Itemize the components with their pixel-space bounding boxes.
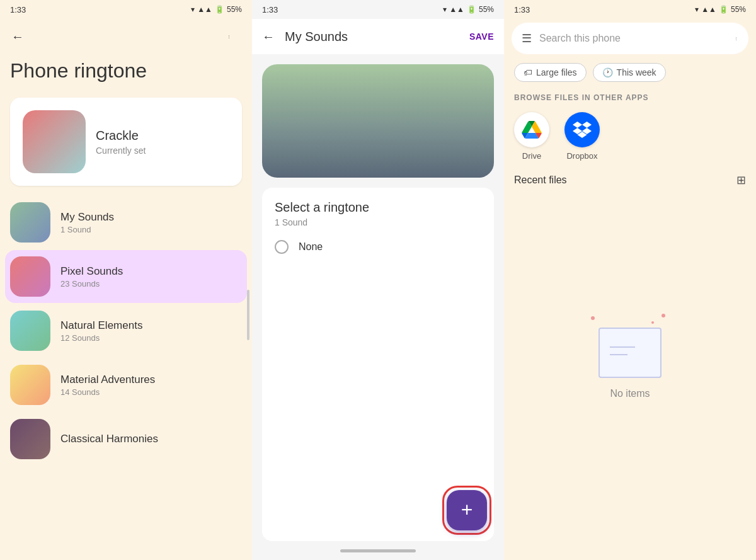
- material-adventures-thumbnail: [10, 365, 50, 405]
- crackle-info: Crackle Currently set: [96, 129, 146, 156]
- search-bar[interactable]: ☰ Search this phone ⋮: [512, 23, 748, 54]
- battery-icon: 🔋: [215, 5, 224, 14]
- search-input[interactable]: Search this phone: [539, 33, 727, 44]
- search-more-button[interactable]: ⋮: [735, 37, 738, 40]
- sound-list: My Sounds 1 Sound Pixel Sounds 23 Sounds…: [0, 196, 252, 560]
- wifi-icon-2: ▾: [443, 5, 447, 14]
- current-sound-card[interactable]: Crackle Currently set: [10, 98, 242, 186]
- large-files-label: Large files: [536, 67, 577, 77]
- panel-my-sounds: 1:33 ▾ ▲▲ 🔋 55% ← My Sounds SAVE Select …: [252, 0, 504, 560]
- none-radio[interactable]: [275, 240, 289, 254]
- box-line-2: [610, 354, 627, 355]
- dropbox-icon: [564, 112, 600, 147]
- list-item-classical-harmonies[interactable]: Classical Harmonies: [5, 413, 247, 466]
- battery-pct-2: 55%: [479, 5, 494, 14]
- grid-view-icon[interactable]: ⊞: [736, 173, 746, 187]
- crackle-thumbnail: [23, 110, 86, 173]
- recent-label: Recent files: [514, 174, 567, 186]
- material-adventures-count: 14 Sounds: [60, 387, 155, 397]
- this-week-label: This week: [617, 67, 656, 77]
- natural-elements-thumbnail: [10, 311, 50, 351]
- empty-state: No items: [504, 192, 756, 560]
- battery-pct-1: 55%: [227, 5, 242, 14]
- scrollbar[interactable]: [247, 290, 249, 340]
- top-bar-2: ← My Sounds SAVE: [252, 19, 504, 54]
- page-title-1: Phone ringtone: [0, 54, 252, 93]
- signal-icon-2: ▲▲: [449, 5, 464, 14]
- list-item-material-adventures[interactable]: Material Adventures 14 Sounds: [5, 358, 247, 411]
- classical-harmonies-thumbnail: [10, 419, 50, 459]
- classical-harmonies-info: Classical Harmonies: [60, 433, 158, 445]
- pixel-sounds-thumbnail: [10, 256, 50, 297]
- back-button-1[interactable]: ←: [5, 24, 30, 49]
- app-icons-row: Drive Dropbox: [504, 107, 756, 166]
- natural-elements-count: 12 Sounds: [60, 333, 142, 343]
- dot-decoration-1: [591, 316, 595, 320]
- dot-decoration-2: [662, 314, 665, 317]
- my-sounds-count: 1 Sound: [60, 225, 114, 234]
- more-button-1[interactable]: ⋮: [217, 24, 242, 49]
- none-label: None: [299, 241, 323, 253]
- material-adventures-name: Material Adventures: [60, 374, 155, 386]
- fab-container: +: [442, 486, 491, 535]
- home-indicator-2: [340, 549, 416, 552]
- dropbox-label: Dropbox: [566, 151, 597, 161]
- dropbox-app-item[interactable]: Dropbox: [564, 112, 600, 161]
- add-sound-button[interactable]: +: [447, 490, 487, 530]
- list-item-pixel-sounds[interactable]: Pixel Sounds 23 Sounds: [5, 250, 247, 303]
- drive-icon: [514, 112, 549, 147]
- save-button[interactable]: SAVE: [469, 31, 494, 42]
- status-icons-3: ▾ ▲▲ 🔋 55%: [695, 5, 746, 14]
- plus-icon: +: [461, 500, 473, 520]
- time-1: 1:33: [10, 5, 26, 14]
- browse-label: BROWSE FILES IN OTHER APPS: [504, 87, 756, 107]
- drive-label: Drive: [522, 151, 541, 161]
- pixel-sounds-count: 23 Sounds: [60, 279, 123, 289]
- hamburger-menu[interactable]: ☰: [522, 31, 532, 45]
- wifi-icon: ▾: [191, 5, 195, 14]
- time-3: 1:33: [514, 5, 530, 14]
- crackle-name: Crackle: [96, 129, 146, 143]
- my-sounds-info: My Sounds 1 Sound: [60, 211, 114, 234]
- classical-harmonies-name: Classical Harmonies: [60, 433, 158, 445]
- wifi-icon-3: ▾: [695, 5, 699, 14]
- none-option[interactable]: None: [275, 240, 481, 254]
- panel-files: 1:33 ▾ ▲▲ 🔋 55% ☰ Search this phone ⋮ 🏷 …: [504, 0, 756, 560]
- pixel-sounds-name: Pixel Sounds: [60, 265, 123, 278]
- hero-image: [262, 64, 494, 178]
- drive-app-item[interactable]: Drive: [514, 112, 549, 161]
- my-sounds-thumbnail: [10, 202, 50, 243]
- list-item-my-sounds[interactable]: My Sounds 1 Sound: [5, 196, 247, 249]
- status-bar-3: 1:33 ▾ ▲▲ 🔋 55%: [504, 0, 756, 19]
- top-bar-1: ← ⋮: [0, 19, 252, 54]
- battery-icon-2: 🔋: [467, 5, 476, 14]
- signal-icon: ▲▲: [197, 5, 212, 14]
- tag-icon: 🏷: [524, 67, 532, 77]
- card-subtitle: 1 Sound: [275, 217, 481, 227]
- natural-elements-info: Natural Elements 12 Sounds: [60, 319, 142, 343]
- pixel-sounds-info: Pixel Sounds 23 Sounds: [60, 265, 123, 289]
- large-files-chip[interactable]: 🏷 Large files: [514, 63, 587, 82]
- natural-elements-name: Natural Elements: [60, 319, 142, 332]
- status-bar-1: 1:33 ▾ ▲▲ 🔋 55%: [0, 0, 252, 19]
- battery-icon-3: 🔋: [719, 5, 728, 14]
- box-line-1: [610, 346, 635, 348]
- empty-box: [598, 328, 662, 378]
- back-button-2[interactable]: ←: [262, 30, 275, 44]
- empty-text: No items: [610, 388, 650, 399]
- panel-phone-ringtone: 1:33 ▾ ▲▲ 🔋 55% ← ⋮ Phone ringtone Crack…: [0, 0, 252, 560]
- material-adventures-info: Material Adventures 14 Sounds: [60, 374, 155, 397]
- clock-icon: 🕐: [602, 67, 613, 77]
- battery-pct-3: 55%: [731, 5, 746, 14]
- crackle-status: Currently set: [96, 146, 146, 156]
- signal-icon-3: ▲▲: [701, 5, 716, 14]
- p2-title: My Sounds: [285, 30, 459, 44]
- recent-row: Recent files ⊞: [504, 166, 756, 192]
- this-week-chip[interactable]: 🕐 This week: [593, 63, 666, 82]
- filter-row: 🏷 Large files 🕐 This week: [504, 58, 756, 87]
- dot-decoration-3: [651, 321, 654, 324]
- status-icons-1: ▾ ▲▲ 🔋 55%: [191, 5, 242, 14]
- empty-illustration: [592, 315, 668, 378]
- list-item-natural-elements[interactable]: Natural Elements 12 Sounds: [5, 304, 247, 357]
- time-2: 1:33: [262, 5, 278, 14]
